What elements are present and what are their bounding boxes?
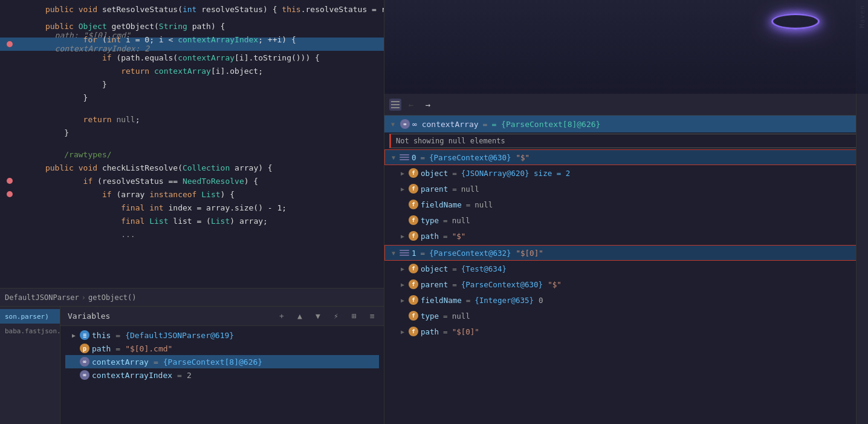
tree-header-value: = {ParseContext[8]@626} <box>491 120 600 129</box>
down-var-btn[interactable]: ▼ <box>311 310 325 323</box>
expand-icon[interactable]: ▶ <box>70 331 77 339</box>
breakpoint-dot <box>7 178 13 184</box>
tree-row-fieldname-0[interactable]: f fieldName = null <box>384 197 868 212</box>
expand-chevron[interactable] <box>399 265 406 272</box>
tree-val: {Test@634} <box>461 264 507 273</box>
breakpoint-area <box>5 178 15 184</box>
tree-panel[interactable]: 0 = {ParseContext@630} "$" f object = {J… <box>384 149 868 424</box>
tree-row-object-1[interactable]: f object = {Test@634} <box>384 261 868 276</box>
svg-rect-1 <box>391 104 400 105</box>
expand-chevron[interactable] <box>399 232 406 240</box>
tree-str: "$" <box>548 280 562 289</box>
tree-chevron[interactable] <box>389 120 397 128</box>
code-line: ... <box>0 227 384 241</box>
tree-name-0: 0 <box>412 153 416 162</box>
bar-icon-0 <box>400 153 409 161</box>
debug-left-list: son.parser) baba.fastjson.parser) <box>0 307 60 424</box>
tree-row-fieldname-1[interactable]: f fieldName = {Integer@635} 0 <box>384 292 868 308</box>
expand-chevron-0[interactable] <box>390 154 397 161</box>
variable-row[interactable]: ▶ ∞ contextArrayIndex = 2 <box>65 368 379 382</box>
field-icon: f <box>409 184 418 194</box>
tree-val: "$" <box>452 232 466 241</box>
expand-chevron[interactable] <box>399 328 406 335</box>
tree-val: null <box>461 184 479 194</box>
field-icon: f <box>409 279 418 289</box>
variable-row[interactable]: ▶ p path = "$[0].cmd" <box>65 342 379 355</box>
tree-name: fieldName <box>421 200 462 209</box>
sidebar-toggle-icon[interactable] <box>389 99 401 111</box>
var-icon-p: p <box>80 344 89 353</box>
tree-row-path-0[interactable]: f path = "$" <box>384 228 868 244</box>
tree-row-parent-0[interactable]: f parent = null <box>384 181 868 197</box>
tree-val: {Integer@635} <box>474 296 534 305</box>
code-line: } <box>0 126 384 139</box>
tree-name: fieldName <box>421 296 462 305</box>
var-value: 2 <box>187 371 192 380</box>
field-icon: f <box>409 231 418 241</box>
tree-row-0[interactable]: 0 = {ParseContext@630} "$" <box>384 149 868 165</box>
variables-title: Variables <box>68 311 110 321</box>
forward-button[interactable]: → <box>421 97 435 112</box>
tree-row-type-0[interactable]: f type = null <box>384 212 868 228</box>
code-editor: public void setResolveStatus(int resolve… <box>0 0 384 424</box>
var-name: contextArray <box>92 357 149 367</box>
tree-val: null <box>452 216 470 225</box>
variables-list: ▶ ≡ this = {DefaultJSONParser@619} ▶ p p… <box>60 326 384 384</box>
field-icon: f <box>409 264 418 273</box>
breadcrumb-method: getObject() <box>88 293 136 302</box>
debug-list-item[interactable]: baba.fastjson.parser) <box>0 324 60 338</box>
list-item-text: son.parser) <box>5 313 49 321</box>
menu-var-btn[interactable]: ≡ <box>366 310 379 323</box>
tree-row-type-1[interactable]: f type = null <box>384 308 868 324</box>
breakpoint-area <box>5 191 15 197</box>
tree-eq-0: = <box>421 153 426 162</box>
tree-row-1[interactable]: 1 = {ParseContext@632} "$[0]" <box>384 245 868 261</box>
tree-val-0: {ParseContext@630} <box>429 153 511 162</box>
var-name: this <box>92 331 111 340</box>
expand-chevron[interactable] <box>399 169 406 177</box>
debug-list-item[interactable]: son.parser) <box>0 309 60 324</box>
tree-row-parent-1[interactable]: f parent = {ParseContext@630} "$" <box>384 276 868 292</box>
expand-chevron-1[interactable] <box>390 249 397 256</box>
back-button[interactable]: ← <box>404 97 418 112</box>
tree-eq: = <box>443 232 448 241</box>
tree-eq: = <box>443 327 448 336</box>
null-notice-text: Not showing null elements <box>396 137 505 145</box>
tree-name-type-1: type <box>421 311 439 321</box>
tree-val: "$[0]" <box>452 327 479 336</box>
breadcrumb-separator: › <box>82 293 86 302</box>
expand-chevron[interactable] <box>399 185 406 192</box>
breadcrumb-class: DefaultJSONParser <box>5 293 79 302</box>
var-equals: = <box>115 331 120 340</box>
tree-name-type: type <box>421 216 439 225</box>
grid-var-btn[interactable]: ⊞ <box>348 310 361 323</box>
tree-eq: = <box>452 264 457 273</box>
var-value: "$[0].cmd" <box>125 344 172 353</box>
tree-eq: = <box>443 216 448 225</box>
variable-row[interactable]: ▶ ≡ this = {DefaultJSONParser@619} <box>65 328 379 342</box>
variable-row-highlighted[interactable]: ▶ ∞ contextArray = {ParseContext[8]@626} <box>65 355 379 368</box>
tree-eq: = <box>443 311 448 321</box>
add-var-btn[interactable]: + <box>275 310 288 323</box>
tree-eq: = <box>466 296 471 305</box>
tree-name: path <box>421 327 439 336</box>
expand-chevron[interactable] <box>399 296 406 304</box>
tree-val: null <box>474 200 493 209</box>
tree-row-path-1[interactable]: f path = "$[0]" <box>384 324 868 339</box>
tree-eq: = <box>452 169 457 178</box>
tree-header-eq: = <box>483 120 488 129</box>
right-top-background <box>384 0 868 94</box>
filter-var-btn[interactable]: ⚡ <box>329 310 343 323</box>
tree-name: object <box>421 169 448 178</box>
svg-rect-0 <box>391 101 400 102</box>
tree-val-1: {ParseContext@632} <box>429 249 511 258</box>
expand-chevron[interactable] <box>399 281 406 288</box>
up-var-btn[interactable]: ▲ <box>293 310 306 323</box>
field-icon: f <box>409 200 418 209</box>
breakpoint-dot <box>7 41 13 47</box>
debug-panel: son.parser) baba.fastjson.parser) Variab… <box>0 306 384 424</box>
tree-row-object-0[interactable]: f object = {JSONArray@620} size = 2 <box>384 165 868 181</box>
field-icon: f <box>409 215 418 225</box>
tree-header-name: ∞ contextArray <box>412 120 479 129</box>
var-equals: = <box>177 371 182 380</box>
